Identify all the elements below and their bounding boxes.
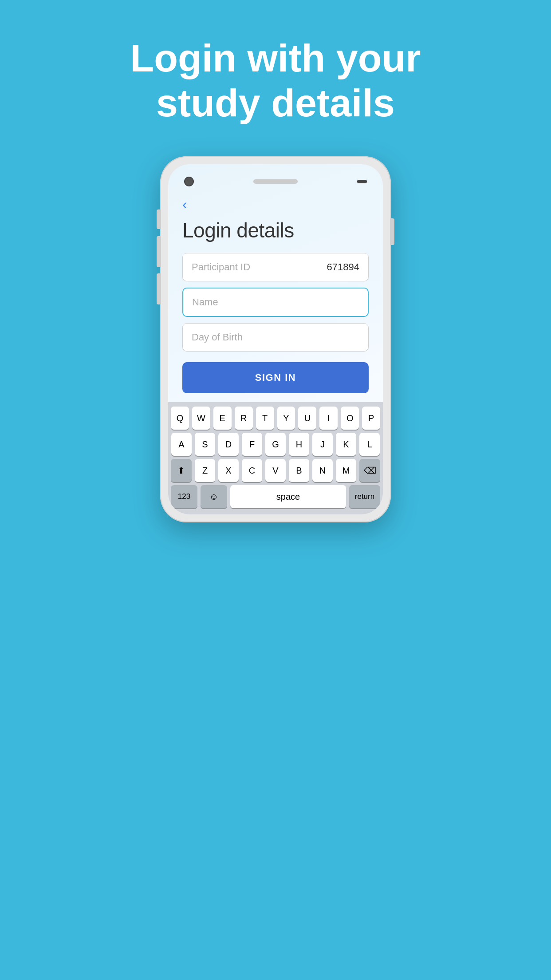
key-k[interactable]: K	[336, 433, 356, 456]
key-h[interactable]: H	[289, 433, 309, 456]
participant-id-value: 671894	[327, 261, 359, 273]
key-r[interactable]: R	[235, 407, 253, 430]
key-u[interactable]: U	[298, 407, 316, 430]
volume-down-button	[157, 273, 160, 304]
back-button[interactable]: ‹	[182, 197, 187, 211]
space-key[interactable]: space	[230, 485, 346, 508]
key-l[interactable]: L	[359, 433, 380, 456]
key-w[interactable]: W	[192, 407, 210, 430]
key-f[interactable]: F	[242, 433, 262, 456]
keyboard-row-2: A S D F G H J K L	[171, 433, 380, 456]
key-t[interactable]: T	[256, 407, 274, 430]
key-m[interactable]: M	[336, 459, 356, 482]
proximity-sensor	[357, 180, 367, 183]
key-v[interactable]: V	[265, 459, 286, 482]
key-q[interactable]: Q	[171, 407, 189, 430]
emoji-key[interactable]: ☺	[201, 485, 227, 508]
key-e[interactable]: E	[213, 407, 232, 430]
power-button	[391, 218, 394, 245]
key-c[interactable]: C	[242, 459, 262, 482]
key-b[interactable]: B	[289, 459, 309, 482]
screen-content: ‹ Login details Participant ID 671894 Na…	[168, 191, 383, 402]
earpiece-speaker	[253, 179, 298, 184]
keyboard: Q W E R T Y U I O P A S D F G H J K	[168, 402, 383, 514]
participant-id-label: Participant ID	[192, 261, 250, 273]
volume-up-button	[157, 236, 160, 267]
key-a[interactable]: A	[171, 433, 192, 456]
numbers-key[interactable]: 123	[171, 485, 197, 508]
page-title: Login with your study details	[94, 36, 456, 125]
key-g[interactable]: G	[265, 433, 286, 456]
key-z[interactable]: Z	[195, 459, 215, 482]
key-d[interactable]: D	[218, 433, 239, 456]
key-j[interactable]: J	[312, 433, 333, 456]
participant-id-field[interactable]: Participant ID 671894	[182, 253, 369, 281]
login-title: Login details	[182, 218, 369, 242]
phone-top-bar	[168, 164, 383, 191]
key-n[interactable]: N	[312, 459, 333, 482]
shift-key[interactable]: ⬆	[171, 459, 192, 482]
key-y[interactable]: Y	[277, 407, 295, 430]
return-key[interactable]: return	[349, 485, 380, 508]
phone-screen: ‹ Login details Participant ID 671894 Na…	[168, 164, 383, 514]
phone-mockup: ‹ Login details Participant ID 671894 Na…	[160, 156, 391, 522]
day-of-birth-field[interactable]: Day of Birth	[182, 323, 369, 352]
key-i[interactable]: I	[319, 407, 338, 430]
key-p[interactable]: P	[362, 407, 380, 430]
keyboard-row-1: Q W E R T Y U I O P	[171, 407, 380, 430]
key-o[interactable]: O	[341, 407, 359, 430]
sign-in-button[interactable]: SIGN IN	[182, 362, 369, 393]
keyboard-row-3: ⬆ Z X C V B N M ⌫	[171, 459, 380, 482]
day-of-birth-label: Day of Birth	[192, 332, 243, 343]
keyboard-row-bottom: 123 ☺ space return	[171, 485, 380, 508]
front-camera	[184, 177, 194, 186]
backspace-key[interactable]: ⌫	[359, 459, 380, 482]
key-s[interactable]: S	[195, 433, 215, 456]
name-label: Name	[192, 296, 218, 308]
key-x[interactable]: X	[218, 459, 239, 482]
mute-button	[157, 209, 160, 229]
name-field[interactable]: Name	[182, 288, 369, 317]
